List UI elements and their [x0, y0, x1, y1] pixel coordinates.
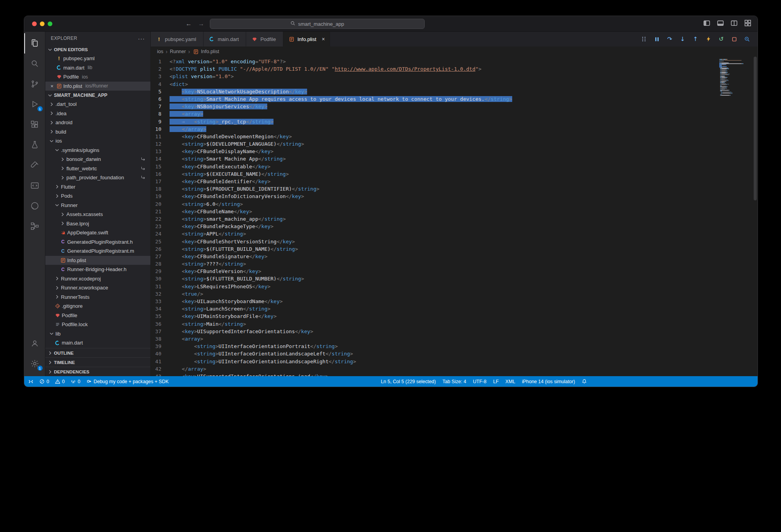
line-number[interactable]: 31 [151, 283, 170, 290]
breadcrumb-Info.plist[interactable]: Info.plist [192, 48, 219, 55]
breadcrumb-ios[interactable]: ios [157, 49, 163, 54]
hot-reload-icon[interactable] [705, 36, 712, 42]
close-window-button[interactable] [32, 21, 37, 26]
project-header[interactable]: SMART_MACHINE_APP [45, 91, 150, 100]
line-number[interactable]: 21 [151, 208, 170, 215]
line-number[interactable]: 25 [151, 238, 170, 245]
line-number[interactable]: 19 [151, 193, 170, 200]
tree-item-ios[interactable]: ios [45, 136, 150, 146]
tree-item-path_provider_foundation[interactable]: path_provider_foundation [45, 173, 150, 182]
search-icon[interactable] [24, 54, 45, 74]
line-number[interactable]: 20 [151, 200, 170, 208]
tree-item-AppDelegate.swift[interactable]: AppDelegate.swift [45, 228, 150, 237]
code-line-32[interactable]: 32 <true/> [151, 290, 719, 298]
section-dependencies[interactable]: DEPENDENCIES [45, 367, 150, 376]
code-line-34[interactable]: 34 <string>LaunchScreen</string> [151, 305, 719, 312]
customize-layout-icon[interactable] [744, 20, 751, 28]
line-number[interactable]: 16 [151, 170, 170, 178]
code-line-1[interactable]: 1<?xml version="1.0" encoding="UTF-8"?> [151, 58, 719, 65]
tree-item-Podfile[interactable]: Podfile [45, 311, 150, 320]
status-warnings[interactable]: 0 [55, 379, 65, 384]
code-line-28[interactable]: 28 <string>????</string> [151, 260, 719, 268]
open-editor-Podfile[interactable]: Podfileios [45, 72, 150, 82]
code-line-10[interactable]: 10 </array> [151, 125, 719, 133]
status-errors[interactable]: 0 [39, 379, 49, 384]
code-line-11[interactable]: 11 <key>CFBundleDevelopmentRegion</key> [151, 133, 719, 140]
code-line-26[interactable]: 26 <string>$(FLUTTER_BUILD_NAME)</string… [151, 245, 719, 253]
run-debug-icon[interactable]: 1 [24, 94, 45, 114]
code-line-15[interactable]: 15 <key>CFBundleExecutable</key> [151, 163, 719, 170]
inspector-icon[interactable] [743, 36, 751, 42]
tree-item-.idea[interactable]: .idea [45, 109, 150, 118]
code-line-8[interactable]: 8 <array> [151, 110, 719, 118]
code-line-43[interactable]: 43 <key>UISupportedInterfaceOrientations… [151, 373, 719, 376]
tree-item-bonsoir_darwin[interactable]: bonsoir_darwin [45, 155, 150, 164]
section-timeline[interactable]: TIMELINE [45, 357, 150, 367]
toolbar-grip-icon[interactable] [640, 36, 647, 42]
status-remote[interactable] [28, 379, 34, 384]
tree-item-Pods[interactable]: Pods [45, 191, 150, 201]
open-editor-pubspec.yaml[interactable]: !pubspec.yaml [45, 54, 150, 63]
breadcrumb-Runner[interactable]: Runner [170, 49, 186, 54]
line-number[interactable]: 24 [151, 230, 170, 237]
line-number[interactable]: 14 [151, 155, 170, 162]
zoom-window-button[interactable] [48, 21, 52, 26]
line-number[interactable]: 15 [151, 163, 170, 170]
testing-icon[interactable] [24, 135, 45, 155]
accounts-icon[interactable] [24, 333, 45, 353]
tree-item-Runner[interactable]: Runner [45, 201, 150, 210]
line-number[interactable]: 12 [151, 140, 170, 148]
line-number[interactable]: 40 [151, 350, 170, 357]
editor-scrollbar[interactable] [753, 57, 758, 376]
code-line-12[interactable]: 12 <string>$(DEVELOPMENT_LANGUAGE)</stri… [151, 140, 719, 148]
line-number[interactable]: 13 [151, 148, 170, 155]
tree-item-Runner.xcworkspace[interactable]: Runner.xcworkspace [45, 283, 150, 293]
tree-item-.dart_tool[interactable]: .dart_tool [45, 100, 150, 109]
line-number[interactable]: 3 [151, 73, 170, 80]
code-line-9[interactable]: 9 → <string>_rpc._tcp</string> [151, 118, 719, 125]
code-line-40[interactable]: 40 <string>UIInterfaceOrientationLandsca… [151, 350, 719, 357]
line-number[interactable]: 22 [151, 215, 170, 223]
code-line-6[interactable]: 6 <string>Smart Machine App requires acc… [151, 95, 719, 103]
line-number[interactable]: 8 [151, 110, 170, 118]
stop-icon[interactable] [731, 37, 738, 42]
code-line-42[interactable]: 42 </array> [151, 365, 719, 373]
section-outline[interactable]: OUTLINE [45, 348, 150, 357]
tab-main.dart[interactable]: main.dart [204, 32, 246, 46]
code-line-33[interactable]: 33 <key>UILaunchStoryboardName</key> [151, 298, 719, 305]
tree-item-Podfile.lock[interactable]: Podfile.lock [45, 320, 150, 329]
extensions-icon[interactable] [24, 114, 45, 135]
code-line-31[interactable]: 31 <key>LSRequiresIPhoneOS</key> [151, 283, 719, 290]
status-tab-size[interactable]: Tab Size: 4 [443, 379, 466, 384]
code-line-23[interactable]: 23 <key>CFBundlePackageType</key> [151, 223, 719, 230]
open-editor-Info.plist[interactable]: ×Info.plistios/Runner [45, 82, 150, 91]
status-eol[interactable]: LF [493, 379, 499, 384]
line-number[interactable]: 32 [151, 290, 170, 298]
line-number[interactable]: 34 [151, 305, 170, 312]
status-encoding[interactable]: UTF-8 [473, 379, 486, 384]
tree-item-flutter_webrtc[interactable]: flutter_webrtc [45, 164, 150, 173]
line-number[interactable]: 38 [151, 335, 170, 343]
tree-item-main.dart[interactable]: main.dart [45, 338, 150, 348]
step-into-icon[interactable]: ↓ [679, 36, 686, 43]
code-line-3[interactable]: 3<plist version="1.0"> [151, 73, 719, 80]
code-line-30[interactable]: 30 <string>$(FLUTTER_BUILD_NUMBER)</stri… [151, 275, 719, 282]
open-editors-header[interactable]: OPEN EDITORS [45, 45, 150, 54]
project-hierarchy-icon[interactable] [24, 216, 45, 236]
code-line-25[interactable]: 25 <key>CFBundleShortVersionString</key> [151, 238, 719, 245]
code-line-29[interactable]: 29 <key>CFBundleVersion</key> [151, 268, 719, 275]
code-line-17[interactable]: 17 <key>CFBundleIdentifier</key> [151, 178, 719, 185]
line-number[interactable]: 28 [151, 260, 170, 268]
code-line-4[interactable]: 4<dict> [151, 80, 719, 88]
status-ports[interactable]: 0 [71, 379, 80, 384]
code-line-16[interactable]: 16 <string>$(EXECUTABLE_NAME)</string> [151, 170, 719, 178]
line-number[interactable]: 41 [151, 358, 170, 365]
code-line-13[interactable]: 13 <key>CFBundleDisplayName</key> [151, 148, 719, 155]
minimap[interactable] [719, 57, 753, 376]
code-line-39[interactable]: 39 <string>UIInterfaceOrientationPortrai… [151, 343, 719, 350]
code-line-41[interactable]: 41 <string>UIInterfaceOrientationLandsca… [151, 358, 719, 365]
code-line-18[interactable]: 18 <string>$(PRODUCT_BUNDLE_IDENTIFIER)<… [151, 185, 719, 193]
code-line-27[interactable]: 27 <key>CFBundleSignature</key> [151, 253, 719, 260]
code-line-36[interactable]: 36 <string>Main</string> [151, 320, 719, 328]
code-line-38[interactable]: 38 <array> [151, 335, 719, 343]
